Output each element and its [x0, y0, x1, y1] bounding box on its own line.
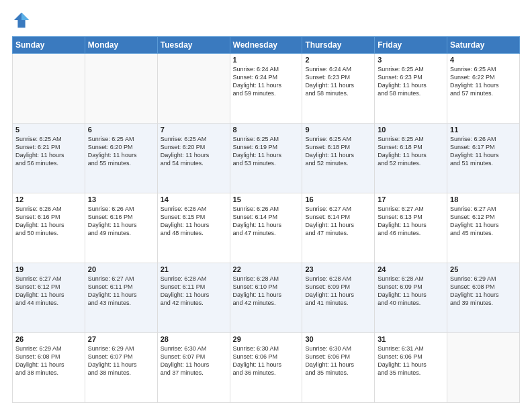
day-number: 20: [88, 265, 154, 273]
calendar-header-saturday: Saturday: [447, 37, 520, 54]
calendar-cell: 1Sunrise: 6:24 AM Sunset: 6:24 PM Daylig…: [230, 54, 302, 124]
day-number: 5: [15, 126, 82, 134]
day-info: Sunrise: 6:24 AM Sunset: 6:23 PM Dayligh…: [305, 65, 371, 98]
calendar-cell: 28Sunrise: 6:30 AM Sunset: 6:07 PM Dayli…: [157, 333, 230, 403]
calendar-cell: 14Sunrise: 6:26 AM Sunset: 6:15 PM Dayli…: [157, 193, 230, 263]
calendar-cell: 16Sunrise: 6:27 AM Sunset: 6:14 PM Dayli…: [302, 193, 375, 263]
day-info: Sunrise: 6:30 AM Sunset: 6:06 PM Dayligh…: [305, 345, 371, 377]
calendar-header-friday: Friday: [375, 37, 447, 54]
header: [12, 11, 520, 30]
calendar-cell: 22Sunrise: 6:28 AM Sunset: 6:10 PM Dayli…: [230, 263, 302, 333]
calendar-week-row: 1Sunrise: 6:24 AM Sunset: 6:24 PM Daylig…: [13, 54, 520, 124]
calendar-cell: [447, 333, 520, 403]
day-number: 7: [161, 126, 227, 134]
logo-icon: [12, 11, 31, 30]
day-number: 3: [378, 56, 444, 64]
day-number: 17: [378, 195, 444, 203]
calendar-cell: 19Sunrise: 6:27 AM Sunset: 6:12 PM Dayli…: [13, 263, 85, 333]
day-number: 1: [233, 56, 300, 64]
calendar-cell: 10Sunrise: 6:25 AM Sunset: 6:18 PM Dayli…: [375, 124, 447, 193]
calendar-header-monday: Monday: [85, 37, 157, 54]
day-info: Sunrise: 6:25 AM Sunset: 6:18 PM Dayligh…: [378, 135, 444, 168]
calendar-header-thursday: Thursday: [302, 37, 375, 54]
day-info: Sunrise: 6:24 AM Sunset: 6:24 PM Dayligh…: [233, 65, 300, 98]
day-number: 6: [88, 126, 154, 134]
calendar-cell: 3Sunrise: 6:25 AM Sunset: 6:23 PM Daylig…: [375, 54, 447, 124]
calendar-cell: 20Sunrise: 6:27 AM Sunset: 6:11 PM Dayli…: [85, 263, 157, 333]
day-info: Sunrise: 6:27 AM Sunset: 6:13 PM Dayligh…: [378, 205, 444, 238]
day-info: Sunrise: 6:28 AM Sunset: 6:11 PM Dayligh…: [161, 275, 227, 308]
calendar-cell: 29Sunrise: 6:30 AM Sunset: 6:06 PM Dayli…: [230, 333, 302, 403]
day-info: Sunrise: 6:29 AM Sunset: 6:08 PM Dayligh…: [450, 275, 517, 308]
day-info: Sunrise: 6:26 AM Sunset: 6:17 PM Dayligh…: [450, 135, 517, 168]
day-number: 28: [161, 335, 227, 343]
day-info: Sunrise: 6:28 AM Sunset: 6:09 PM Dayligh…: [378, 275, 444, 308]
day-number: 21: [161, 265, 227, 273]
calendar-cell: 18Sunrise: 6:27 AM Sunset: 6:12 PM Dayli…: [447, 193, 520, 263]
calendar-cell: 12Sunrise: 6:26 AM Sunset: 6:16 PM Dayli…: [13, 193, 85, 263]
day-info: Sunrise: 6:27 AM Sunset: 6:12 PM Dayligh…: [450, 205, 517, 238]
day-info: Sunrise: 6:25 AM Sunset: 6:23 PM Dayligh…: [378, 65, 444, 98]
calendar-cell: [157, 54, 230, 124]
day-info: Sunrise: 6:26 AM Sunset: 6:14 PM Dayligh…: [233, 205, 300, 238]
day-number: 25: [450, 265, 517, 273]
day-info: Sunrise: 6:26 AM Sunset: 6:16 PM Dayligh…: [88, 205, 154, 238]
day-number: 23: [305, 265, 371, 273]
day-number: 8: [233, 126, 300, 134]
calendar-cell: [13, 54, 85, 124]
day-info: Sunrise: 6:25 AM Sunset: 6:20 PM Dayligh…: [161, 135, 227, 168]
calendar-cell: 2Sunrise: 6:24 AM Sunset: 6:23 PM Daylig…: [302, 54, 375, 124]
logo: [12, 11, 34, 30]
calendar-cell: 27Sunrise: 6:29 AM Sunset: 6:07 PM Dayli…: [85, 333, 157, 403]
day-info: Sunrise: 6:28 AM Sunset: 6:10 PM Dayligh…: [233, 275, 300, 308]
day-info: Sunrise: 6:25 AM Sunset: 6:19 PM Dayligh…: [233, 135, 300, 168]
day-number: 26: [15, 335, 82, 343]
calendar-header-wednesday: Wednesday: [230, 37, 302, 54]
day-number: 16: [305, 195, 371, 203]
day-info: Sunrise: 6:29 AM Sunset: 6:08 PM Dayligh…: [15, 345, 82, 377]
calendar-cell: 8Sunrise: 6:25 AM Sunset: 6:19 PM Daylig…: [230, 124, 302, 193]
day-info: Sunrise: 6:27 AM Sunset: 6:14 PM Dayligh…: [305, 205, 371, 238]
calendar-cell: 31Sunrise: 6:31 AM Sunset: 6:06 PM Dayli…: [375, 333, 447, 403]
day-number: 12: [15, 195, 82, 203]
calendar-cell: 13Sunrise: 6:26 AM Sunset: 6:16 PM Dayli…: [85, 193, 157, 263]
day-info: Sunrise: 6:25 AM Sunset: 6:21 PM Dayligh…: [15, 135, 82, 168]
calendar-cell: 23Sunrise: 6:28 AM Sunset: 6:09 PM Dayli…: [302, 263, 375, 333]
calendar-header-tuesday: Tuesday: [157, 37, 230, 54]
day-info: Sunrise: 6:27 AM Sunset: 6:11 PM Dayligh…: [88, 275, 154, 308]
day-info: Sunrise: 6:30 AM Sunset: 6:07 PM Dayligh…: [161, 345, 227, 377]
day-number: 11: [450, 126, 517, 134]
day-number: 24: [378, 265, 444, 273]
calendar-cell: 24Sunrise: 6:28 AM Sunset: 6:09 PM Dayli…: [375, 263, 447, 333]
calendar-cell: 5Sunrise: 6:25 AM Sunset: 6:21 PM Daylig…: [13, 124, 85, 193]
calendar-cell: 25Sunrise: 6:29 AM Sunset: 6:08 PM Dayli…: [447, 263, 520, 333]
day-info: Sunrise: 6:30 AM Sunset: 6:06 PM Dayligh…: [233, 345, 300, 377]
calendar-cell: 17Sunrise: 6:27 AM Sunset: 6:13 PM Dayli…: [375, 193, 447, 263]
day-number: 27: [88, 335, 154, 343]
day-info: Sunrise: 6:27 AM Sunset: 6:12 PM Dayligh…: [15, 275, 82, 308]
day-number: 2: [305, 56, 371, 64]
day-info: Sunrise: 6:29 AM Sunset: 6:07 PM Dayligh…: [88, 345, 154, 377]
day-info: Sunrise: 6:25 AM Sunset: 6:18 PM Dayligh…: [305, 135, 371, 168]
day-info: Sunrise: 6:26 AM Sunset: 6:16 PM Dayligh…: [15, 205, 82, 238]
day-info: Sunrise: 6:25 AM Sunset: 6:20 PM Dayligh…: [88, 135, 154, 168]
day-number: 29: [233, 335, 300, 343]
calendar-cell: [85, 54, 157, 124]
calendar-cell: 26Sunrise: 6:29 AM Sunset: 6:08 PM Dayli…: [13, 333, 85, 403]
calendar-cell: 11Sunrise: 6:26 AM Sunset: 6:17 PM Dayli…: [447, 124, 520, 193]
calendar-table: SundayMondayTuesdayWednesdayThursdayFrid…: [12, 36, 520, 403]
day-number: 31: [378, 335, 444, 343]
day-number: 13: [88, 195, 154, 203]
calendar-header-sunday: Sunday: [13, 37, 85, 54]
calendar-week-row: 19Sunrise: 6:27 AM Sunset: 6:12 PM Dayli…: [13, 263, 520, 333]
calendar-cell: 9Sunrise: 6:25 AM Sunset: 6:18 PM Daylig…: [302, 124, 375, 193]
day-number: 15: [233, 195, 300, 203]
day-number: 4: [450, 56, 517, 64]
day-info: Sunrise: 6:31 AM Sunset: 6:06 PM Dayligh…: [378, 345, 444, 377]
calendar-cell: 21Sunrise: 6:28 AM Sunset: 6:11 PM Dayli…: [157, 263, 230, 333]
calendar-cell: 4Sunrise: 6:25 AM Sunset: 6:22 PM Daylig…: [447, 54, 520, 124]
calendar-header-row: SundayMondayTuesdayWednesdayThursdayFrid…: [13, 37, 520, 54]
day-number: 18: [450, 195, 517, 203]
calendar-cell: 15Sunrise: 6:26 AM Sunset: 6:14 PM Dayli…: [230, 193, 302, 263]
day-number: 9: [305, 126, 371, 134]
